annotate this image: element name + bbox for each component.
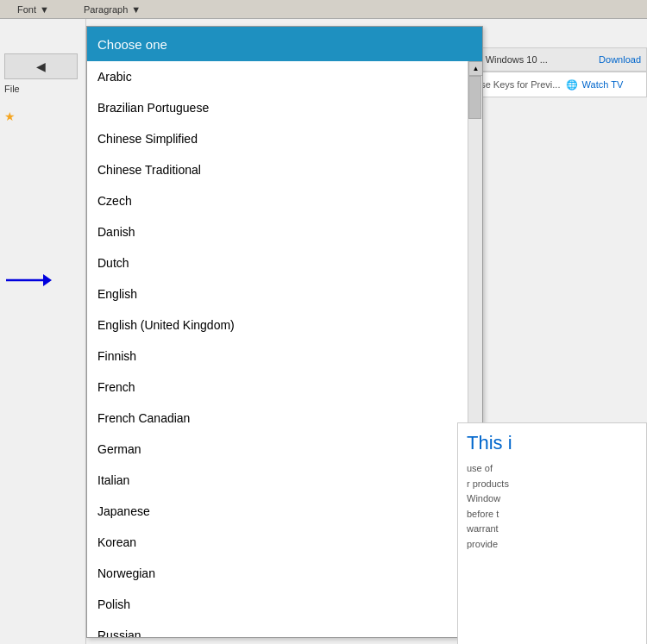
dropdown-item[interactable]: Russian	[87, 620, 468, 637]
dropdown-list: ArabicBrazilian PortugueseChinese Simpli…	[87, 61, 468, 637]
arrow-svg	[4, 270, 52, 291]
dropdown-header-label: Choose one	[97, 37, 167, 52]
star-icon: ★	[4, 109, 16, 123]
font-expand-icon: ▼	[40, 4, 49, 15]
file-label: File	[4, 84, 20, 94]
arrow-indicator	[4, 267, 56, 293]
dropdown-item[interactable]: Italian	[87, 465, 468, 496]
paragraph-expand-icon: ▼	[131, 4, 141, 15]
right-panel-line6: provide	[467, 537, 638, 553]
dropdown-item[interactable]: Korean	[87, 527, 468, 558]
right-panel-title: This i	[467, 432, 638, 454]
left-sidebar: ◀ File ★	[0, 19, 86, 644]
dropdown-item[interactable]: Chinese Traditional	[87, 154, 468, 185]
dropdown-item[interactable]: Dutch	[87, 247, 468, 278]
dropdown-item[interactable]: Brazilian Portuguese	[87, 92, 468, 123]
dropdown-item[interactable]: Norwegian	[87, 558, 468, 589]
dropdown-item[interactable]: Chinese Simplified	[87, 123, 468, 154]
scrollbar-thumb[interactable]	[468, 76, 481, 119]
dropdown-header: Choose one	[87, 27, 482, 61]
dropdown-item[interactable]: English (United Kingdom)	[87, 309, 468, 341]
dropdown-item[interactable]: Arabic	[87, 61, 468, 92]
dropdown-item[interactable]: English	[87, 278, 468, 309]
paragraph-label: Paragraph	[84, 4, 128, 15]
right-panel-line1: use of	[467, 461, 638, 477]
right-panel-bottom: This i use of r products Window before t…	[457, 422, 647, 644]
watch-link[interactable]: 🌐 Watch TV	[566, 79, 624, 91]
watch-icon: 🌐	[566, 79, 578, 90]
dropdown-container: Choose one ArabicBrazilian PortugueseChi…	[86, 26, 483, 638]
right-panel-line3: Window	[467, 491, 638, 507]
browser-tab-bar: SO - Windows 10 ... Download	[457, 47, 647, 72]
font-label: Font	[17, 4, 36, 15]
right-panel-line2: r products	[467, 477, 638, 492]
dropdown-item[interactable]: German	[87, 434, 468, 465]
scrollbar-up-button[interactable]: ▲	[468, 61, 482, 76]
back-button[interactable]: ◀	[4, 53, 78, 79]
right-panel-content: use of r products Window before t warran…	[467, 461, 638, 553]
dropdown-item[interactable]: Polish	[87, 589, 468, 620]
browser-content-bar: icense Keys for Previ... 🌐 Watch TV	[457, 72, 647, 97]
dropdown-item[interactable]: Czech	[87, 185, 468, 216]
right-panel-line4: before t	[467, 507, 638, 522]
svg-marker-1	[43, 274, 52, 286]
download-link[interactable]: Download	[599, 54, 641, 65]
dropdown-item[interactable]: Japanese	[87, 496, 468, 527]
paragraph-section: Paragraph ▼	[84, 4, 141, 15]
toolbar-sections: Font ▼ Paragraph ▼	[17, 4, 141, 15]
right-panel-line5: warrant	[467, 522, 638, 537]
back-icon: ◀	[36, 59, 46, 73]
dropdown-scroll-area: ArabicBrazilian PortugueseChinese Simpli…	[87, 61, 482, 637]
dropdown-item[interactable]: French	[87, 372, 468, 403]
dropdown-item[interactable]: French Canadian	[87, 403, 468, 434]
dropdown-item[interactable]: Danish	[87, 216, 468, 247]
top-toolbar: Font ▼ Paragraph ▼	[0, 0, 647, 19]
dropdown-item[interactable]: Finnish	[87, 341, 468, 372]
font-section: Font ▼	[17, 4, 49, 15]
